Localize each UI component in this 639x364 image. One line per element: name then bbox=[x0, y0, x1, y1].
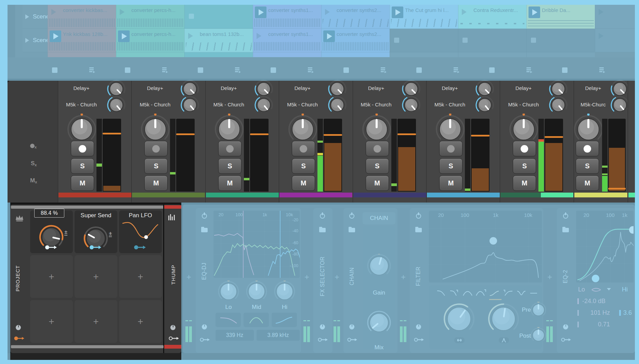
timebase-knob-icon[interactable] bbox=[16, 325, 21, 330]
track-stop-icon[interactable] bbox=[489, 67, 495, 73]
mixer-strip[interactable]: Delay+M5k - ChurchSM bbox=[353, 81, 427, 203]
pan-knob[interactable] bbox=[434, 114, 466, 145]
lo-shape-button[interactable] bbox=[216, 313, 241, 327]
plus-minus-icon[interactable]: ± bbox=[64, 230, 67, 236]
play-icon[interactable] bbox=[120, 9, 125, 15]
volume-fader[interactable] bbox=[608, 188, 626, 190]
record-arm-button[interactable] bbox=[218, 141, 242, 156]
mute-button[interactable]: M bbox=[576, 176, 599, 191]
thump-rail-label[interactable]: THUMP bbox=[168, 252, 179, 297]
play-button-icon[interactable] bbox=[255, 6, 266, 18]
group-list-icon[interactable] bbox=[307, 67, 315, 73]
filter-type-row[interactable] bbox=[435, 289, 538, 299]
clip-slot[interactable] bbox=[458, 29, 526, 52]
mute-button[interactable]: M bbox=[71, 176, 94, 191]
chain-selector[interactable]: CHAIN bbox=[363, 212, 395, 224]
power-icon[interactable] bbox=[202, 213, 207, 219]
mod-routing-icon[interactable] bbox=[200, 337, 211, 342]
send-knob[interactable] bbox=[107, 95, 126, 115]
mixer-strip[interactable]: Delay+M5k-ChurcSM bbox=[574, 81, 628, 203]
timebase-knob-icon[interactable] bbox=[416, 324, 421, 329]
track-stop-icon[interactable] bbox=[416, 67, 422, 73]
eq2-lo-handle[interactable] bbox=[592, 275, 599, 282]
group-list-icon[interactable] bbox=[234, 67, 242, 73]
group-list-icon[interactable] bbox=[161, 67, 169, 73]
clip-slot[interactable]: converter synths1... bbox=[253, 5, 321, 29]
pre-gain-knob[interactable] bbox=[530, 302, 547, 318]
power-icon[interactable] bbox=[563, 213, 568, 219]
play-icon[interactable] bbox=[257, 33, 261, 39]
volume-fader[interactable] bbox=[397, 133, 416, 135]
record-arm-clear-icon[interactable]: x bbox=[30, 142, 37, 149]
mod-routing-icon[interactable] bbox=[14, 336, 25, 341]
plus-minus-icon[interactable]: ± bbox=[109, 231, 112, 237]
send-knob[interactable] bbox=[328, 95, 347, 115]
folder-icon[interactable] bbox=[415, 228, 422, 232]
hi-freq-value[interactable]: 3.89 kHz bbox=[257, 330, 300, 341]
eq-dj-spectrum[interactable]: 20 100 1k 10k -20 -40 -60 -80 -100 bbox=[213, 211, 300, 278]
volume-fader[interactable] bbox=[545, 136, 563, 138]
send-label[interactable]: M5k - Church bbox=[428, 102, 472, 107]
volume-fader[interactable] bbox=[176, 133, 195, 135]
stop-icon[interactable] bbox=[531, 38, 536, 43]
timebase-knob-icon[interactable] bbox=[563, 324, 568, 329]
mixer-strip[interactable]: Delay+M5k - ChurchSM bbox=[500, 81, 574, 203]
filter-display[interactable]: 20 100 1k 10k bbox=[429, 211, 542, 283]
mod-routing-icon[interactable] bbox=[347, 337, 358, 342]
mid-shape-button[interactable] bbox=[244, 313, 269, 327]
play-icon[interactable] bbox=[462, 9, 467, 15]
insert-device-button[interactable]: + bbox=[185, 272, 193, 282]
send-label[interactable]: Delay+ bbox=[281, 85, 324, 91]
eq2-hi-handle[interactable] bbox=[629, 226, 634, 234]
timebase-knob-icon[interactable] bbox=[170, 325, 175, 330]
mute-clear-icon[interactable]: Mx bbox=[30, 177, 37, 184]
chevron-down-icon[interactable] bbox=[607, 288, 611, 290]
mute-button[interactable]: M bbox=[218, 176, 242, 191]
pan-knob[interactable] bbox=[213, 114, 245, 145]
mod-amount-arrow-icon[interactable] bbox=[89, 245, 103, 250]
device-eq-2[interactable]: EQ-2 20 100 1k Lo Hi -24.0 dB 101 Hz bbox=[557, 208, 635, 353]
eq2-display[interactable]: 20 100 1k bbox=[576, 211, 634, 283]
eq2-hi-freq-value[interactable]: 3.6 bbox=[623, 309, 632, 316]
crown-icon[interactable] bbox=[15, 214, 24, 222]
volume-fader-lane[interactable] bbox=[471, 119, 490, 192]
power-icon[interactable] bbox=[416, 213, 421, 219]
volume-fader-lane[interactable] bbox=[176, 119, 195, 192]
send-label[interactable]: Delay+ bbox=[207, 85, 251, 91]
pan-knob[interactable] bbox=[66, 114, 97, 145]
send-label[interactable]: M5k - Church bbox=[281, 102, 324, 107]
volume-fader-lane[interactable] bbox=[545, 119, 563, 192]
pan-knob[interactable] bbox=[140, 114, 171, 145]
volume-fader[interactable] bbox=[324, 134, 342, 136]
device-filter[interactable]: FILTER 20 100 1k 10k bbox=[410, 208, 543, 353]
volume-fader[interactable] bbox=[250, 133, 269, 135]
play-icon[interactable] bbox=[25, 38, 29, 43]
mixer-strip[interactable]: Delay+M5k - ChurchSM bbox=[426, 81, 500, 203]
solo-button[interactable]: S bbox=[366, 158, 389, 174]
modulators-rail-icon[interactable] bbox=[168, 213, 178, 221]
record-arm-button[interactable] bbox=[439, 141, 462, 156]
solo-button[interactable]: S bbox=[439, 158, 462, 174]
mid-gain-knob[interactable] bbox=[246, 281, 268, 302]
group-list-icon[interactable] bbox=[380, 67, 388, 73]
device-label[interactable]: EQ-DJ bbox=[198, 249, 210, 294]
solo-button[interactable]: S bbox=[292, 158, 315, 174]
device-label[interactable]: EQ-2 bbox=[560, 249, 571, 304]
mod-amount-arrow-icon[interactable] bbox=[133, 245, 147, 250]
pan-knob[interactable] bbox=[573, 114, 604, 145]
clip-slot[interactable]: converter synths1... bbox=[253, 29, 321, 52]
volume-fader-lane[interactable] bbox=[103, 119, 121, 192]
device-eq-dj[interactable]: EQ-DJ 20 100 1k 10k -20 -40 -60 -80 bbox=[196, 208, 301, 353]
device-label[interactable]: FX SELECTOR bbox=[317, 242, 328, 311]
record-arm-button[interactable] bbox=[576, 141, 599, 156]
mute-button[interactable]: M bbox=[366, 176, 389, 191]
stereo-width-icon[interactable] bbox=[454, 337, 465, 343]
clip-slot[interactable] bbox=[184, 5, 253, 29]
power-icon[interactable] bbox=[320, 213, 325, 219]
modulator-empty-slot[interactable]: + bbox=[119, 255, 162, 298]
send-label[interactable]: M5k - Church bbox=[501, 102, 545, 107]
lo-freq-value[interactable]: 339 Hz bbox=[216, 330, 254, 341]
peak-icon[interactable] bbox=[499, 337, 509, 343]
play-icon[interactable] bbox=[599, 33, 603, 39]
record-arm-button[interactable] bbox=[292, 141, 315, 156]
